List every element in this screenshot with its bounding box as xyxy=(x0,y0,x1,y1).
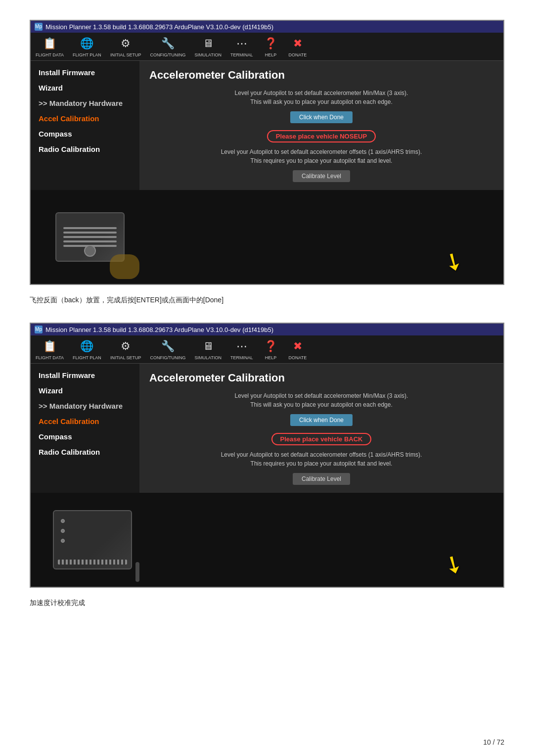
toolbar-flight-plan-label: FLIGHT PLAN xyxy=(73,52,101,57)
fc-board-noseup xyxy=(55,212,125,262)
hand-shape xyxy=(110,254,139,279)
screenshot-2: Mp Mission Planner 1.3.58 build 1.3.6808… xyxy=(30,323,504,588)
yellow-arrow-2: ➘ xyxy=(439,547,470,581)
toolbar-2: 📋 FLIGHT DATA 🌐 FLIGHT PLAN ⚙ INITIAL SE… xyxy=(31,335,503,364)
calibrate-level-button-1[interactable]: Calibrate Level xyxy=(293,170,350,182)
board-circle xyxy=(84,245,96,257)
fc-board-back xyxy=(53,510,132,569)
toolbar2-help-label: HELP xyxy=(265,355,277,360)
panel-desc1-1: Level your Autopilot to set default acce… xyxy=(149,89,493,106)
toolbar-help[interactable]: ❓ HELP xyxy=(262,36,279,57)
terminal-icon-2: ⋯ xyxy=(233,338,251,354)
toolbar-terminal-label: TERMINAL xyxy=(230,52,253,57)
flight-plan-icon-2: 🌐 xyxy=(78,338,96,354)
vehicle-label-2: Please place vehicle BACK xyxy=(271,433,372,445)
sidebar2-accel-calibration[interactable]: Accel Calibration xyxy=(31,414,139,429)
toolbar2-donate[interactable]: ✖ DONATE xyxy=(288,338,307,360)
sidebar2-radio-calibration[interactable]: Radio Calibration xyxy=(31,444,139,460)
back-dots xyxy=(61,519,65,543)
flight-data-icon: 📋 xyxy=(41,36,59,51)
toolbar-flight-data[interactable]: 📋 FLIGHT DATA xyxy=(36,36,64,57)
toolbar-donate[interactable]: ✖ DONATE xyxy=(288,36,307,57)
flight-plan-icon: 🌐 xyxy=(78,36,96,51)
sidebar-compass-1[interactable]: Compass xyxy=(31,126,139,142)
config-tuning-icon-2: 🔧 xyxy=(159,338,177,354)
yellow-arrow-1: ➘ xyxy=(439,244,470,278)
back-dot-3 xyxy=(61,539,65,543)
back-dot-1 xyxy=(61,519,65,523)
content-area-1: Install Firmware Wizard >> Mandatory Har… xyxy=(31,61,503,190)
back-dot-2 xyxy=(61,529,65,533)
device-image-section-2: ➘ xyxy=(31,493,503,587)
click-when-done-button-1[interactable]: Click when Done xyxy=(290,111,353,123)
toolbar2-flight-data-label: FLIGHT DATA xyxy=(36,355,64,360)
sidebar-install-firmware-1[interactable]: Install Firmware xyxy=(31,65,139,80)
initial-setup-icon: ⚙ xyxy=(117,36,134,51)
board-line-2 xyxy=(63,232,117,234)
panel-title-1: Accelerometer Calibration xyxy=(149,69,493,82)
sidebar2-install-firmware[interactable]: Install Firmware xyxy=(31,368,139,383)
flight-data-icon-2: 📋 xyxy=(41,338,59,354)
titlebar-text-1: Mission Planner 1.3.58 build 1.3.6808.29… xyxy=(45,23,273,31)
toolbar2-initial-setup-label: INITIAL SETUP xyxy=(110,355,141,360)
panel-desc2-2: Level your Autopilot to set default acce… xyxy=(149,450,493,468)
device-image-section-1: ➘ xyxy=(31,190,503,284)
sidebar2-wizard[interactable]: Wizard xyxy=(31,383,139,398)
sidebar-2: Install Firmware Wizard >> Mandatory Har… xyxy=(31,364,139,493)
toolbar2-help[interactable]: ❓ HELP xyxy=(262,338,279,360)
toolbar-config-tuning[interactable]: 🔧 CONFIG/TUNING xyxy=(150,36,186,57)
sidebar2-mandatory-hardware[interactable]: >> Mandatory Hardware xyxy=(31,398,139,414)
toolbar2-initial-setup[interactable]: ⚙ INITIAL SETUP xyxy=(110,338,141,360)
toolbar2-donate-label: DONATE xyxy=(288,355,307,360)
initial-setup-icon-2: ⚙ xyxy=(117,338,134,354)
click-when-done-button-2[interactable]: Click when Done xyxy=(290,414,353,426)
toolbar2-terminal[interactable]: ⋯ TERMINAL xyxy=(230,338,253,360)
board-line-1 xyxy=(63,227,117,229)
app-icon-1: Mp xyxy=(35,23,43,31)
sidebar-accel-calibration-1[interactable]: Accel Calibration xyxy=(31,111,139,126)
config-tuning-icon: 🔧 xyxy=(159,36,177,51)
simulation-icon: 🖥 xyxy=(199,36,217,51)
toolbar-1: 📋 FLIGHT DATA 🌐 FLIGHT PLAN ⚙ INITIAL SE… xyxy=(31,33,503,61)
toolbar2-flight-plan-label: FLIGHT PLAN xyxy=(73,355,101,360)
toolbar2-simulation[interactable]: 🖥 SIMULATION xyxy=(195,338,222,360)
toolbar-terminal[interactable]: ⋯ TERMINAL xyxy=(230,36,253,57)
connector-strip xyxy=(58,560,127,565)
sidebar2-compass[interactable]: Compass xyxy=(31,429,139,444)
help-icon: ❓ xyxy=(262,36,279,51)
app-icon-2: Mp xyxy=(35,326,43,333)
donate-icon-2: ✖ xyxy=(289,338,307,354)
calibrate-level-button-2[interactable]: Calibrate Level xyxy=(293,473,350,485)
toolbar-flight-plan[interactable]: 🌐 FLIGHT PLAN xyxy=(73,36,101,57)
panel-title-2: Accelerometer Calibration xyxy=(149,372,493,384)
caption-2: 加速度计校准完成 xyxy=(30,597,504,610)
toolbar-simulation[interactable]: 🖥 SIMULATION xyxy=(195,36,222,57)
vehicle-label-1: Please place vehicle NOSEUP xyxy=(267,130,376,142)
caption-1: 飞控反面（back）放置，完成后按[ENTER]或点画面中的[Done] xyxy=(30,294,504,307)
sidebar-wizard-1[interactable]: Wizard xyxy=(31,80,139,95)
toolbar-flight-data-label: FLIGHT DATA xyxy=(36,52,64,57)
terminal-icon: ⋯ xyxy=(233,36,251,51)
toolbar2-config-tuning[interactable]: 🔧 CONFIG/TUNING xyxy=(150,338,186,360)
board-lines xyxy=(63,227,117,247)
board-line-4 xyxy=(63,240,117,242)
toolbar-simulation-label: SIMULATION xyxy=(195,52,222,57)
simulation-icon-2: 🖥 xyxy=(199,338,217,354)
page-number: 10 / 72 xyxy=(483,738,504,746)
sidebar-radio-calibration-1[interactable]: Radio Calibration xyxy=(31,142,139,157)
toolbar2-terminal-label: TERMINAL xyxy=(230,355,253,360)
sidebar-1: Install Firmware Wizard >> Mandatory Har… xyxy=(31,61,139,190)
titlebar-2: Mp Mission Planner 1.3.58 build 1.3.6808… xyxy=(31,324,503,335)
titlebar-1: Mp Mission Planner 1.3.58 build 1.3.6808… xyxy=(31,21,503,33)
toolbar-initial-setup[interactable]: ⚙ INITIAL SETUP xyxy=(110,36,141,57)
toolbar2-flight-plan[interactable]: 🌐 FLIGHT PLAN xyxy=(73,338,101,360)
toolbar2-config-tuning-label: CONFIG/TUNING xyxy=(150,355,186,360)
toolbar2-flight-data[interactable]: 📋 FLIGHT DATA xyxy=(36,338,64,360)
main-panel-1: Accelerometer Calibration Level your Aut… xyxy=(139,61,503,190)
sidebar-mandatory-hardware-1[interactable]: >> Mandatory Hardware xyxy=(31,95,139,111)
screenshot-1: Mp Mission Planner 1.3.58 build 1.3.6808… xyxy=(30,20,504,285)
cable-shape xyxy=(135,562,139,582)
donate-icon: ✖ xyxy=(289,36,307,51)
main-panel-2: Accelerometer Calibration Level your Aut… xyxy=(139,364,503,493)
toolbar-config-tuning-label: CONFIG/TUNING xyxy=(150,52,186,57)
